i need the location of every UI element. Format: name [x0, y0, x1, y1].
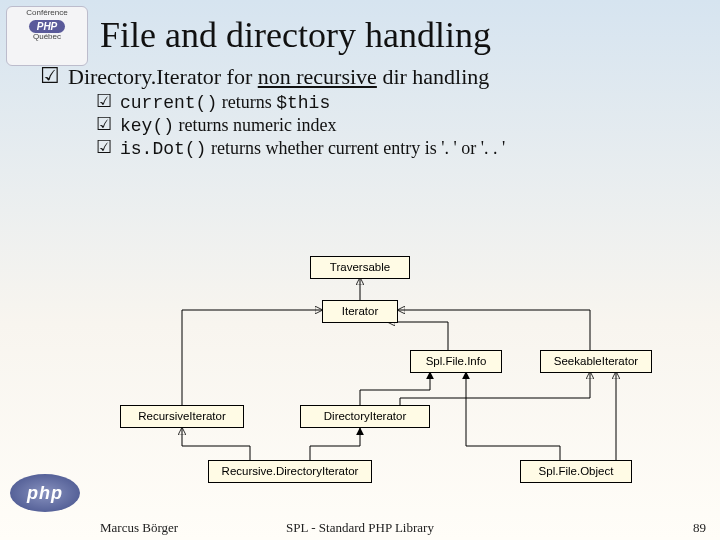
node-traversable: Traversable: [310, 256, 410, 279]
node-diriter: DirectoryIterator: [300, 405, 430, 428]
class-diagram: Traversable Iterator Spl.File.Info Seeka…: [0, 250, 720, 490]
sub-bullet-text: is.Dot() returns whether current entry i…: [120, 138, 505, 159]
code-frag: $this: [276, 93, 330, 113]
text-frag: returns numeric index: [174, 115, 336, 135]
sub-bullet-text: current() returns $this: [120, 92, 330, 113]
lead-underlined: non recursive: [258, 64, 377, 89]
sub-bullet: ☑ current() returns $this: [96, 92, 700, 113]
checkmark-icon: ☑: [96, 92, 120, 112]
slide: Conférence PHP Québec php File and direc…: [0, 0, 720, 540]
page-title: File and directory handling: [0, 0, 720, 64]
conference-logo-badge: PHP: [29, 20, 66, 33]
sub-bullets: ☑ current() returns $this ☑ key() return…: [0, 92, 720, 159]
code-frag: key(): [120, 116, 174, 136]
sub-bullet: ☑ key() returns numeric index: [96, 115, 700, 136]
sub-bullet-text: key() returns numeric index: [120, 115, 336, 136]
checkmark-icon: ☑: [40, 64, 68, 88]
lead-bullet: ☑ Directory.Iterator for non recursive d…: [0, 64, 720, 90]
node-iterator: Iterator: [322, 300, 398, 323]
sub-bullet: ☑ is.Dot() returns whether current entry…: [96, 138, 700, 159]
footer-page: 89: [693, 520, 706, 536]
checkmark-icon: ☑: [96, 115, 120, 135]
code-frag: is.Dot(): [120, 139, 206, 159]
footer-subtitle: SPL - Standard PHP Library: [0, 520, 720, 536]
lead-prefix: Directory.Iterator for: [68, 64, 258, 89]
node-seekable: SeekableIterator: [540, 350, 652, 373]
lead-suffix: dir handling: [377, 64, 489, 89]
conference-logo-line1: Conférence: [7, 9, 87, 18]
node-splfileinfo: Spl.File.Info: [410, 350, 502, 373]
node-splfileobject: Spl.File.Object: [520, 460, 632, 483]
conference-logo-line2: Québec: [7, 33, 87, 42]
lead-text: Directory.Iterator for non recursive dir…: [68, 64, 489, 90]
text-frag: returns whether current entry is '. ' or…: [206, 138, 505, 158]
node-recursiveiter: RecursiveIterator: [120, 405, 244, 428]
checkmark-icon: ☑: [96, 138, 120, 158]
text-frag: returns: [217, 92, 276, 112]
code-frag: current(): [120, 93, 217, 113]
conference-logo: Conférence PHP Québec: [6, 6, 88, 66]
node-recdiriter: Recursive.DirectoryIterator: [208, 460, 372, 483]
